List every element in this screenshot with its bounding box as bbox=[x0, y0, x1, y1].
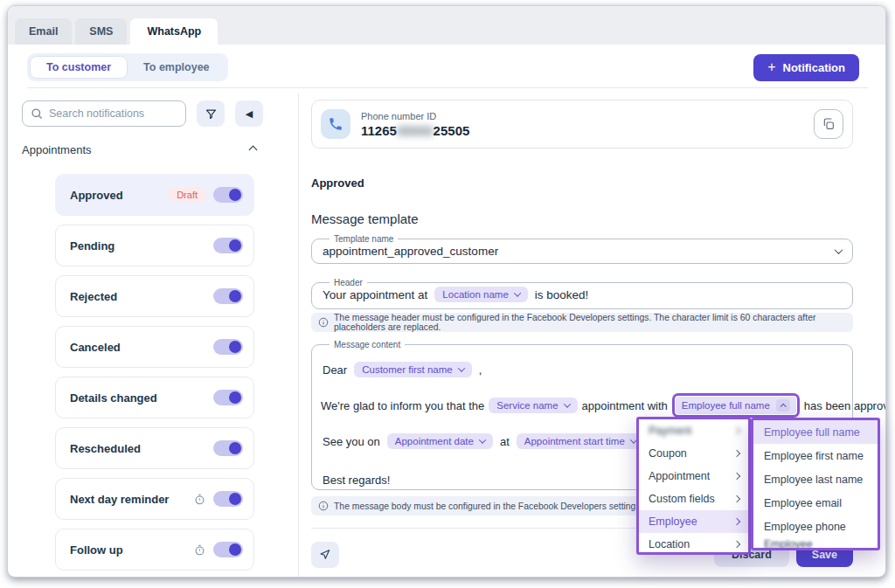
send-test-button[interactable] bbox=[311, 542, 339, 568]
draft-status-badge: Draft bbox=[168, 188, 206, 202]
template-status-heading: Approved bbox=[311, 176, 364, 190]
tab-email[interactable]: Email bbox=[15, 18, 72, 45]
toggle-approved[interactable] bbox=[213, 187, 243, 203]
item-label: Rescheduled bbox=[70, 442, 141, 455]
toolbar-divider bbox=[27, 87, 868, 88]
header-field-label: Header bbox=[330, 278, 367, 287]
toolbar: To customer To employee + Notification bbox=[27, 53, 859, 81]
toggle-canceled[interactable] bbox=[213, 339, 243, 355]
chip-label: Service name bbox=[496, 400, 558, 411]
chip-label: Appointment date bbox=[395, 436, 474, 446]
item-label: Next day reminder bbox=[70, 493, 169, 506]
sidebar-divider bbox=[298, 93, 299, 577]
customer-first-name-chip[interactable]: Customer first name bbox=[354, 362, 472, 377]
employee-full-name-chip[interactable]: Employee full name bbox=[676, 397, 796, 414]
appointment-date-chip[interactable]: Appointment date bbox=[387, 433, 493, 449]
list-item-next-day-reminder[interactable]: Next day reminder bbox=[55, 478, 254, 520]
line-text: Dear bbox=[323, 363, 347, 377]
header-info-text: The message header must be configured in… bbox=[334, 313, 846, 332]
segment-to-customer[interactable]: To customer bbox=[30, 56, 128, 79]
add-notification-label: Notification bbox=[783, 61, 846, 74]
chip-label: Appointment start time bbox=[524, 436, 625, 446]
chip-label: Location name bbox=[442, 289, 508, 300]
notification-list: Approved Draft Pending Rejected Canceled bbox=[55, 174, 254, 571]
menu-item-appointment[interactable]: Appointment bbox=[639, 465, 748, 488]
phone-number-card: Phone number ID 112650000025505 bbox=[311, 100, 853, 149]
template-name-label: Template name bbox=[330, 234, 398, 244]
submenu-item-employee-last-name[interactable]: Employee last name bbox=[753, 467, 878, 491]
segment-to-employee[interactable]: To employee bbox=[128, 56, 225, 79]
line-text: , bbox=[479, 363, 482, 377]
appointment-start-time-chip[interactable]: Appointment start time bbox=[517, 433, 644, 449]
line-text: has been approved. bbox=[804, 399, 886, 412]
service-name-chip[interactable]: Service name bbox=[489, 398, 577, 413]
submenu-item-employee-email[interactable]: Employee email bbox=[753, 491, 878, 515]
submenu-item-employee-full-name[interactable]: Employee full name bbox=[753, 420, 878, 444]
line-text: appointment with bbox=[582, 399, 668, 412]
item-label: Rejected bbox=[70, 290, 117, 303]
header-field[interactable]: Header Your appointment at Location name… bbox=[311, 278, 853, 309]
template-name-value: appointment_approved_customer bbox=[323, 245, 829, 258]
header-info-bar: The message header must be configured in… bbox=[311, 313, 853, 332]
timer-icon bbox=[193, 493, 206, 506]
tab-sms[interactable]: SMS bbox=[75, 18, 127, 45]
menu-item-label: Location bbox=[649, 538, 690, 550]
list-item-canceled[interactable]: Canceled bbox=[55, 326, 254, 368]
sidebar-section-appointments[interactable]: Appointments bbox=[22, 143, 263, 156]
message-content-label: Message content bbox=[330, 340, 405, 349]
toggle-follow-up[interactable] bbox=[213, 542, 243, 557]
phone-number-label: Phone number ID bbox=[361, 111, 469, 121]
menu-item-payment[interactable]: Payment bbox=[639, 419, 748, 442]
channel-tabbar: Email SMS WhatsApp bbox=[8, 6, 885, 45]
phone-icon bbox=[321, 109, 350, 139]
item-label: Follow up bbox=[70, 543, 123, 557]
list-item-approved[interactable]: Approved Draft bbox=[55, 174, 254, 216]
collapse-sidebar-button[interactable]: ◀ bbox=[235, 100, 263, 127]
search-icon bbox=[31, 107, 43, 120]
list-item-details-changed[interactable]: Details changed bbox=[55, 377, 254, 419]
template-name-select[interactable]: Template name appointment_approved_custo… bbox=[311, 234, 853, 264]
sidebar-search-row: ◀ bbox=[22, 100, 263, 127]
menu-item-employee[interactable]: Employee bbox=[639, 510, 748, 533]
chevron-down-icon bbox=[835, 246, 843, 254]
submenu-item-employee-first-name[interactable]: Employee first name bbox=[753, 444, 878, 467]
plus-icon: + bbox=[767, 60, 775, 74]
menu-item-custom-fields[interactable]: Custom fields bbox=[639, 488, 748, 510]
list-item-pending[interactable]: Pending bbox=[55, 225, 254, 266]
chevron-right-icon bbox=[733, 473, 740, 480]
toggle-pending[interactable] bbox=[213, 238, 243, 253]
phone-number-value: 112650000025505 bbox=[361, 123, 469, 138]
toggle-rejected[interactable] bbox=[213, 288, 243, 304]
filter-button[interactable] bbox=[197, 100, 225, 127]
toggle-details-changed[interactable] bbox=[213, 390, 243, 405]
menu-item-coupon[interactable]: Coupon bbox=[639, 442, 748, 465]
chevron-right-icon bbox=[733, 541, 740, 548]
submenu-item-employee-phone[interactable]: Employee phone bbox=[753, 515, 878, 538]
message-line-1: Dear Customer first name , bbox=[323, 362, 842, 377]
chip-label: Customer first name bbox=[362, 364, 453, 375]
add-notification-button[interactable]: + Notification bbox=[753, 54, 859, 81]
info-icon bbox=[318, 501, 329, 511]
location-name-placeholder-chip[interactable]: Location name bbox=[434, 287, 527, 302]
funnel-icon bbox=[205, 107, 218, 121]
notifications-sidebar: ◀ Appointments Approved Draft Pending bbox=[22, 100, 263, 577]
employee-placeholder-submenu: Employee full name Employee first name E… bbox=[751, 418, 880, 550]
toggle-next-day-reminder[interactable] bbox=[213, 491, 243, 507]
tab-whatsapp[interactable]: WhatsApp bbox=[130, 18, 218, 45]
list-item-follow-up[interactable]: Follow up bbox=[55, 529, 254, 571]
menu-item-location[interactable]: Location bbox=[639, 533, 748, 555]
list-item-rescheduled[interactable]: Rescheduled bbox=[55, 427, 254, 469]
toggle-rescheduled[interactable] bbox=[213, 440, 243, 456]
message-template-title: Message template bbox=[311, 211, 419, 226]
chevron-up-icon[interactable] bbox=[776, 399, 790, 412]
phone-digits: 25505 bbox=[434, 123, 470, 138]
app-page: Email SMS WhatsApp To customer To employ… bbox=[0, 0, 895, 588]
info-icon bbox=[318, 317, 329, 328]
search-input[interactable] bbox=[49, 107, 177, 120]
item-label: Canceled bbox=[70, 341, 121, 354]
header-text-before: Your appointment at bbox=[323, 288, 427, 301]
copy-phone-id-button[interactable] bbox=[814, 109, 843, 139]
list-item-rejected[interactable]: Rejected bbox=[55, 275, 254, 317]
submenu-item-employee-description[interactable]: Employee description bbox=[753, 538, 878, 550]
chevron-right-icon bbox=[733, 450, 740, 457]
